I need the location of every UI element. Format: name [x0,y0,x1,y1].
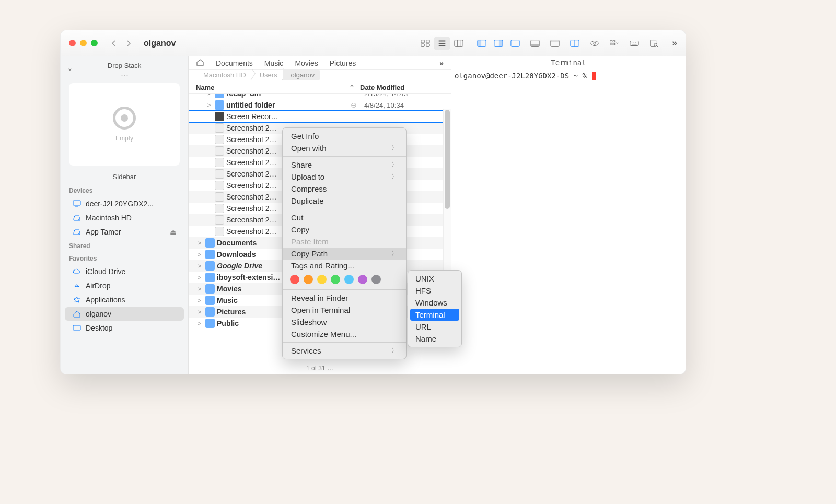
split-center-icon[interactable] [490,37,507,50]
tag-dot[interactable] [317,275,327,284]
view-icon-grid[interactable] [417,37,434,50]
panel-bottom-icon[interactable] [527,37,543,50]
submenu-item[interactable]: Terminal [410,309,459,321]
disclosure-icon[interactable]: > [205,102,213,108]
menu-item[interactable]: Compress [283,183,406,195]
sidebar-item-label: Applications [86,296,125,304]
zoom-button[interactable] [91,40,98,46]
sidebar-item[interactable]: olganov [65,307,184,321]
disclosure-icon[interactable]: > [196,240,203,246]
menu-item[interactable]: Copy [283,224,406,236]
menu-item[interactable]: Cut [283,212,406,224]
tab[interactable]: Documents [216,59,253,67]
minimize-button[interactable] [80,40,87,46]
terminal-panel: Terminal olganov@deer-J2L20YGDX2-DS ~ % [451,56,686,374]
tag-dot[interactable] [358,275,367,284]
disclosure-icon[interactable]: > [196,286,203,292]
eject-icon[interactable]: ⏏ [170,228,177,236]
sidebar-category: Shared [61,239,188,252]
menu-item[interactable]: Upload to〉 [283,171,406,183]
submenu-item[interactable]: HFS [408,285,461,297]
svg-rect-23 [610,40,612,42]
col-date[interactable]: Date Modified [355,84,444,91]
menu-item[interactable]: Open with〉 [283,142,406,154]
submenu-item[interactable]: UNIX [408,273,461,285]
file-icon [215,146,224,156]
panel-window-icon[interactable] [547,37,563,50]
disclosure-icon[interactable]: > [196,309,203,315]
sidebar-item[interactable]: App Tamer⏏ [65,225,184,239]
file-icon [205,319,215,328]
terminal-body[interactable]: olganov@deer-J2L20YGDX2-DS ~ % [451,69,686,83]
menu-item[interactable]: Duplicate [283,195,406,207]
home-tab-icon[interactable] [196,58,204,67]
sidebar-item[interactable]: deer-J2L20YGDX2... [65,197,184,210]
sidebar-item[interactable]: AirDrop [65,279,184,292]
sidebar-item[interactable]: iCloud Drive [65,265,184,278]
keyboard-icon[interactable] [626,37,643,50]
file-row[interactable]: >untitled folder⊖4/8/24, 10:34 [189,99,451,111]
tag-dot[interactable] [344,275,354,284]
file-row[interactable]: Screen Recor… [189,111,451,122]
tab[interactable]: Music [264,59,284,67]
submenu-item[interactable]: URL [408,321,461,333]
menu-item[interactable]: Share〉 [283,159,406,171]
actions-icon[interactable] [606,37,623,50]
disclosure-icon[interactable]: > [196,297,203,303]
split-left-icon[interactable] [473,37,490,50]
forward-button[interactable] [123,38,134,49]
menu-item[interactable]: Tags and Rating... [283,260,406,272]
sidebar-item-label: deer-J2L20YGDX2... [86,200,154,208]
disclosure-icon[interactable]: > [196,320,203,326]
panel-split-icon[interactable] [566,37,583,50]
search-icon[interactable] [646,37,663,50]
submenu-arrow-icon: 〉 [391,346,398,355]
menu-item[interactable]: Get Info [283,130,406,142]
close-button[interactable] [69,40,76,46]
collapse-icon[interactable]: ⌄ [67,64,73,72]
svg-rect-26 [613,43,615,45]
tag-dot[interactable] [304,275,313,284]
back-button[interactable] [108,38,120,49]
tab[interactable]: Pictures [330,59,356,67]
menu-item[interactable]: Customize Menu... [283,328,406,340]
preview-icon[interactable] [586,37,603,50]
submenu-item[interactable]: Name [408,333,461,345]
menu-item[interactable]: Open in Terminal [283,304,406,316]
menu-item[interactable]: Slideshow [283,316,406,328]
file-row[interactable]: >recap_diff2/13/24, 14:43 [189,94,451,99]
menu-item-label: Open with [291,144,327,153]
tag-dot[interactable] [371,275,381,284]
svg-rect-24 [613,40,615,42]
col-name[interactable]: Name⌃ [196,84,355,91]
tab[interactable]: Movies [295,59,318,67]
breadcrumb-item[interactable]: Macintosh HD [195,69,251,80]
disclosure-icon[interactable]: > [196,274,203,280]
menu-item[interactable]: Services〉 [283,345,406,357]
split-right-icon[interactable] [507,37,524,50]
sidebar-item[interactable]: Applications [65,293,184,307]
menu-item-label: Tags and Rating... [291,261,354,270]
view-columns[interactable] [450,37,467,50]
view-list[interactable] [434,37,450,50]
sort-asc-icon[interactable]: ⌃ [349,84,355,91]
disclosure-icon[interactable]: > [205,94,213,97]
tag-dot[interactable] [331,275,340,284]
disclosure-icon[interactable]: > [196,251,203,257]
toolbar-overflow[interactable]: » [672,38,677,49]
display-icon [72,199,82,208]
tag-dot[interactable] [290,275,299,284]
menu-item[interactable]: Copy Path〉 [283,248,406,260]
menu-item-label: Reveal in Finder [291,294,348,302]
ellipsis-icon[interactable]: ⋯ [61,71,188,80]
sidebar-item[interactable]: Macintosh HD [65,211,184,225]
submenu-item[interactable]: Windows [408,297,461,309]
tabs-overflow[interactable]: » [439,59,444,67]
breadcrumb-item[interactable]: Users [251,69,283,80]
menu-item[interactable]: Reveal in Finder [283,292,406,304]
breadcrumb-item[interactable]: olganov [283,69,320,80]
dropstack-zone[interactable]: Empty [69,83,180,166]
scroll-thumb[interactable] [445,110,450,209]
disclosure-icon[interactable]: > [196,263,203,269]
sidebar-item[interactable]: Desktop [65,321,184,335]
